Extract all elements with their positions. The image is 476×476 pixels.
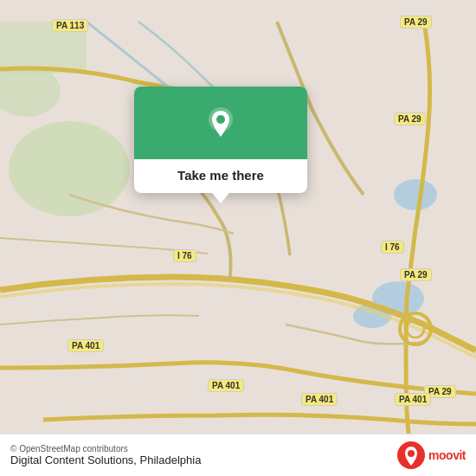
svg-point-4 — [394, 179, 437, 210]
moovit-text: moovit — [428, 448, 466, 462]
road-label-pa29-lower1: PA 29 — [400, 268, 432, 281]
road-label-pa113: PA 113 — [52, 19, 88, 32]
app-title: Digital Content Solutions, Philadelphia — [10, 453, 201, 466]
road-label-i76-left: I 76 — [173, 249, 196, 262]
road-label-pa401-left: PA 401 — [68, 339, 104, 352]
road-label-pa401-mid: PA 401 — [208, 379, 244, 392]
location-pin-icon — [202, 106, 240, 144]
road-label-i76-right: I 76 — [381, 241, 404, 254]
road-label-pa401-right: PA 401 — [395, 393, 431, 406]
svg-point-1 — [9, 121, 130, 216]
bottom-left-info: © OpenStreetMap contributors Digital Con… — [10, 444, 201, 466]
moovit-icon — [396, 440, 427, 471]
svg-point-12 — [408, 450, 415, 457]
bottom-bar: © OpenStreetMap contributors Digital Con… — [0, 434, 476, 476]
copyright-text: © OpenStreetMap contributors — [10, 444, 201, 453]
road-label-pa401-mid2: PA 401 — [301, 393, 338, 406]
map-container: PA 113 PA 29 PA 29 PA 29 PA 29 I 76 I 76… — [0, 0, 476, 476]
popup-green-header — [134, 87, 307, 159]
road-label-pa29-mid: PA 29 — [394, 113, 426, 125]
svg-point-10 — [216, 115, 225, 124]
take-me-there-button[interactable]: Take me there — [164, 159, 278, 193]
popup-card: Take me there — [134, 87, 307, 193]
moovit-logo: moovit — [396, 440, 466, 471]
road-label-pa29-top: PA 29 — [400, 16, 432, 29]
